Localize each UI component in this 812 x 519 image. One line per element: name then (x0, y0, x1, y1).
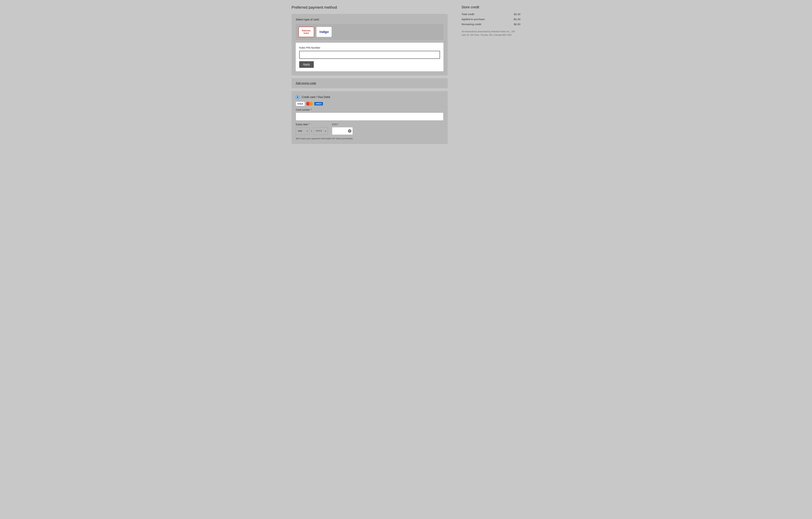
rakuten-text: Rakuten (302, 29, 311, 32)
expiry-selects: MM 01020304 05060708 09101112 / YYYY 202… (296, 127, 328, 135)
credit-card-radio-row: Credit card / Visa Debit (296, 95, 443, 99)
total-credit-label: Total credit: (462, 13, 475, 16)
credit-rows: Total credit: $1.00 Applied to purchase:… (462, 13, 520, 26)
month-select[interactable]: MM 01020304 05060708 09101112 (296, 127, 310, 135)
remaining-credit-value: $0.00 (514, 23, 520, 26)
promo-section: Add promo code (292, 78, 447, 88)
save-payment-note: We'll save your payment information for … (296, 137, 443, 140)
card-type-label: Select type of card: (296, 18, 443, 21)
expiry-label: Expiry date * (296, 123, 328, 126)
rakuten-kobo-logo: Rakuten kobo (302, 29, 311, 34)
applied-credit-label: Applied to purchase: (462, 18, 485, 21)
cvv-input-wrapper: ? (332, 127, 353, 135)
mastercard-icon (306, 102, 313, 106)
cvv-help-icon[interactable]: ? (348, 129, 351, 133)
year-select-wrapper: YYYY 2024202520262027 202820292030 (313, 127, 328, 135)
slash-separator: / (311, 129, 312, 133)
radio-selected-indicator (297, 96, 299, 98)
expiry-group: Expiry date * MM 01020304 05060708 09101… (296, 123, 328, 135)
remaining-credit-row: Remaining credit: $0.00 (462, 23, 520, 26)
indigo-logo: !ndigo (319, 30, 329, 34)
total-credit-value: $1.00 (514, 13, 520, 16)
card-options-container: Rakuten kobo !ndigo (296, 24, 443, 40)
page-title: Preferred payment method (292, 5, 447, 10)
credit-card-section: Credit card / Visa Debit VISA AMEX Card … (292, 91, 447, 144)
card-brand-icons: VISA AMEX (296, 102, 443, 106)
kobo-text: kobo (303, 32, 309, 34)
pin-input[interactable] (299, 51, 440, 59)
rakuten-kobo-card-option[interactable]: Rakuten kobo (298, 27, 314, 37)
cvv-label: CVV * (332, 123, 353, 126)
card-type-section: Select type of card: Rakuten kobo !ndigo (292, 14, 447, 76)
cvv-group: CVV * ? (332, 123, 353, 135)
transaction-note: All transactions processed by Rakuten Ko… (462, 30, 520, 36)
add-promo-code-link[interactable]: Add promo code (296, 82, 316, 85)
remaining-credit-label: Remaining credit: (462, 23, 482, 26)
year-select[interactable]: YYYY 2024202520262027 202820292030 (313, 127, 328, 135)
store-credit-title: Store credit (462, 5, 520, 9)
right-panel: Store credit Total credit: $1.00 Applied… (455, 0, 527, 519)
indigo-card-option[interactable]: !ndigo (316, 27, 332, 37)
credit-card-label: Credit card / Visa Debit (302, 95, 330, 99)
amex-icon: AMEX (314, 102, 323, 106)
pin-label: Kobo PIN Number (299, 46, 440, 49)
left-panel: Preferred payment method Select type of … (285, 0, 455, 519)
mastercard-right-circle (309, 102, 313, 106)
applied-credit-value: -$1.00 (513, 18, 520, 21)
card-number-label: Card number * (296, 108, 443, 111)
expiry-cvv-row: Expiry date * MM 01020304 05060708 09101… (296, 123, 443, 135)
card-number-input[interactable] (296, 113, 443, 120)
month-select-wrapper: MM 01020304 05060708 09101112 (296, 127, 310, 135)
apply-button[interactable]: Apply (299, 61, 314, 68)
credit-card-radio[interactable] (296, 95, 299, 99)
visa-icon: VISA (296, 102, 305, 106)
total-credit-row: Total credit: $1.00 (462, 13, 520, 16)
pin-section: Kobo PIN Number Apply (296, 43, 443, 71)
applied-credit-row: Applied to purchase: -$1.00 (462, 18, 520, 21)
